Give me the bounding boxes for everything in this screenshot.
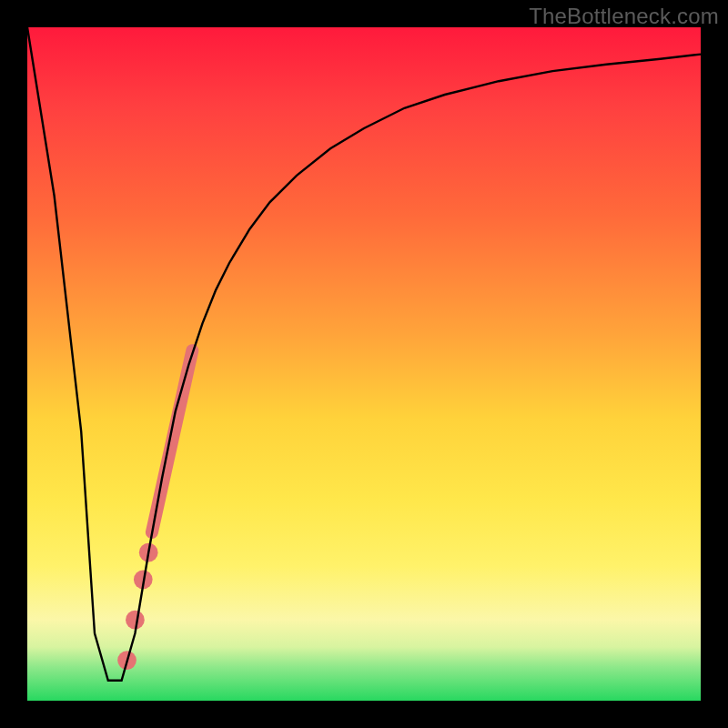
bottleneck-curve bbox=[27, 27, 701, 681]
marker-dot-2 bbox=[126, 611, 145, 630]
watermark-text: TheBottleneck.com bbox=[529, 4, 719, 29]
highlight-markers bbox=[117, 350, 192, 670]
chart-svg bbox=[27, 27, 701, 701]
chart-frame: TheBottleneck.com bbox=[0, 0, 728, 728]
